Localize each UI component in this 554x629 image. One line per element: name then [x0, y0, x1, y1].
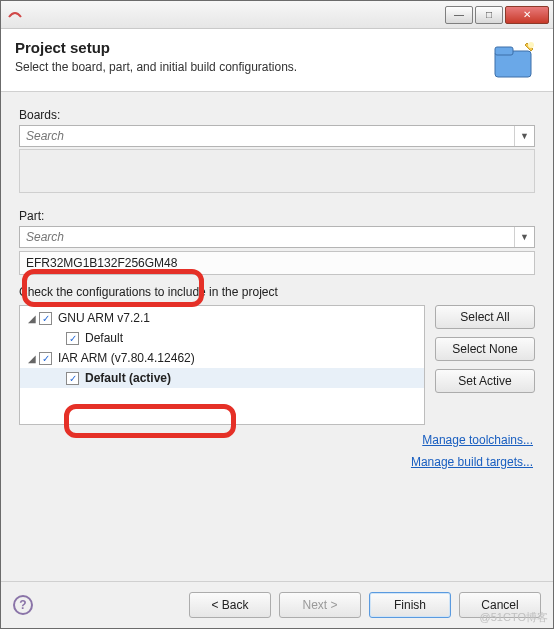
boards-search-input[interactable]	[20, 126, 514, 146]
part-dropdown-icon[interactable]: ▼	[514, 227, 534, 247]
part-label: Part:	[19, 209, 535, 223]
boards-list[interactable]	[19, 149, 535, 193]
config-tree[interactable]: ◢ ✓ GNU ARM v7.2.1 ✓ Default ◢ ✓ IAR ARM…	[19, 305, 425, 425]
svg-point-2	[528, 42, 534, 48]
caret-down-icon[interactable]: ◢	[26, 313, 37, 324]
content-area: Boards: ▼ Part: ▼ EFR32MG1B132F256GM48 C…	[1, 92, 553, 581]
back-button[interactable]: < Back	[189, 592, 271, 618]
tree-label: IAR ARM (v7.80.4.12462)	[58, 351, 195, 365]
help-icon[interactable]: ?	[13, 595, 33, 615]
svg-rect-1	[495, 47, 513, 55]
tree-node-gnu-arm[interactable]: ◢ ✓ GNU ARM v7.2.1	[20, 308, 424, 328]
dialog-header: Project setup Select the board, part, an…	[1, 29, 553, 92]
watermark: @51CTO博客	[480, 610, 548, 625]
app-icon	[7, 7, 23, 23]
minimize-button[interactable]: —	[445, 6, 473, 24]
page-title: Project setup	[15, 39, 491, 56]
select-none-button[interactable]: Select None	[435, 337, 535, 361]
select-all-button[interactable]: Select All	[435, 305, 535, 329]
tree-label: GNU ARM v7.2.1	[58, 311, 150, 325]
finish-button[interactable]: Finish	[369, 592, 451, 618]
tree-node-gnu-default[interactable]: ✓ Default	[20, 328, 424, 348]
checkbox-icon[interactable]: ✓	[66, 332, 79, 345]
manage-build-targets-link[interactable]: Manage build targets...	[19, 455, 533, 469]
boards-label: Boards:	[19, 108, 535, 122]
next-button: Next >	[279, 592, 361, 618]
config-hint: Check the configurations to include in t…	[19, 285, 535, 299]
tree-node-iar-default-active[interactable]: ✓ Default (active)	[20, 368, 424, 388]
boards-search[interactable]: ▼	[19, 125, 535, 147]
manage-toolchains-link[interactable]: Manage toolchains...	[19, 433, 533, 447]
checkbox-icon[interactable]: ✓	[39, 352, 52, 365]
part-search-input[interactable]	[20, 227, 514, 247]
checkbox-icon[interactable]: ✓	[39, 312, 52, 325]
project-icon	[491, 39, 539, 81]
checkbox-icon[interactable]: ✓	[66, 372, 79, 385]
maximize-button[interactable]: □	[475, 6, 503, 24]
part-search[interactable]: ▼	[19, 226, 535, 248]
tree-label: Default (active)	[85, 371, 171, 385]
page-subtitle: Select the board, part, and initial buil…	[15, 60, 491, 74]
tree-node-iar-arm[interactable]: ◢ ✓ IAR ARM (v7.80.4.12462)	[20, 348, 424, 368]
tree-label: Default	[85, 331, 123, 345]
dialog-window: — □ ✕ Project setup Select the board, pa…	[0, 0, 554, 629]
close-button[interactable]: ✕	[505, 6, 549, 24]
set-active-button[interactable]: Set Active	[435, 369, 535, 393]
boards-dropdown-icon[interactable]: ▼	[514, 126, 534, 146]
caret-down-icon[interactable]: ◢	[26, 353, 37, 364]
part-value[interactable]: EFR32MG1B132F256GM48	[19, 251, 535, 275]
dialog-footer: ? < Back Next > Finish Cancel	[1, 581, 553, 628]
titlebar: — □ ✕	[1, 1, 553, 29]
window-controls: — □ ✕	[445, 6, 553, 24]
